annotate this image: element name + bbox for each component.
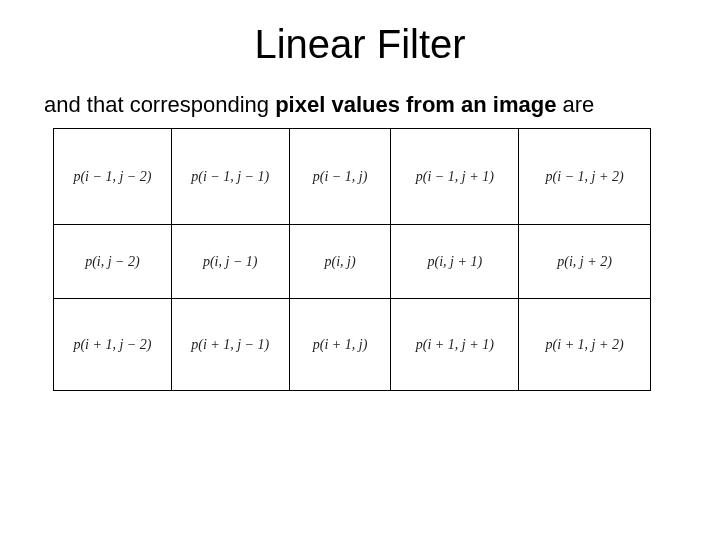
table-cell: p(i + 1, j − 1) xyxy=(171,299,289,391)
table-cell: p(i, j) xyxy=(289,225,391,299)
table-row: p(i + 1, j − 2) p(i + 1, j − 1) p(i + 1,… xyxy=(54,299,651,391)
intro-bold: pixel values from an image xyxy=(275,92,556,117)
intro-prefix: and that corresponding xyxy=(44,92,275,117)
cell-text: p(i, j + 1) xyxy=(428,254,483,269)
table-cell: p(i, j − 1) xyxy=(171,225,289,299)
cell-text: p(i + 1, j + 1) xyxy=(416,337,494,352)
pixel-grid: p(i − 1, j − 2) p(i − 1, j − 1) p(i − 1,… xyxy=(53,128,651,391)
table-cell: p(i + 1, j) xyxy=(289,299,391,391)
cell-text: p(i + 1, j + 2) xyxy=(546,337,624,352)
table-row: p(i − 1, j − 2) p(i − 1, j − 1) p(i − 1,… xyxy=(54,129,651,225)
table-cell: p(i − 1, j − 2) xyxy=(54,129,172,225)
intro-suffix: are xyxy=(556,92,594,117)
cell-text: p(i + 1, j − 1) xyxy=(191,337,269,352)
table-cell: p(i − 1, j + 1) xyxy=(391,129,519,225)
page-title: Linear Filter xyxy=(0,22,720,67)
table-cell: p(i, j − 2) xyxy=(54,225,172,299)
cell-text: p(i − 1, j − 1) xyxy=(191,169,269,184)
cell-text: p(i − 1, j + 1) xyxy=(416,169,494,184)
cell-text: p(i − 1, j) xyxy=(313,169,368,184)
table-cell: p(i, j + 1) xyxy=(391,225,519,299)
table-cell: p(i − 1, j) xyxy=(289,129,391,225)
table-cell: p(i − 1, j + 2) xyxy=(519,129,651,225)
slide: Linear Filter and that corresponding pix… xyxy=(0,0,720,540)
table-row: p(i, j − 2) p(i, j − 1) p(i, j) p(i, j +… xyxy=(54,225,651,299)
cell-text: p(i, j) xyxy=(324,254,355,269)
table-cell: p(i, j + 2) xyxy=(519,225,651,299)
cell-text: p(i, j + 2) xyxy=(557,254,612,269)
table-cell: p(i − 1, j − 1) xyxy=(171,129,289,225)
cell-text: p(i + 1, j − 2) xyxy=(73,337,151,352)
cell-text: p(i, j − 1) xyxy=(203,254,258,269)
cell-text: p(i − 1, j − 2) xyxy=(73,169,151,184)
intro-text: and that corresponding pixel values from… xyxy=(44,92,594,118)
cell-text: p(i + 1, j) xyxy=(313,337,368,352)
cell-text: p(i − 1, j + 2) xyxy=(546,169,624,184)
pixel-table: p(i − 1, j − 2) p(i − 1, j − 1) p(i − 1,… xyxy=(53,128,651,391)
table-cell: p(i + 1, j − 2) xyxy=(54,299,172,391)
table-cell: p(i + 1, j + 1) xyxy=(391,299,519,391)
table-cell: p(i + 1, j + 2) xyxy=(519,299,651,391)
cell-text: p(i, j − 2) xyxy=(85,254,140,269)
